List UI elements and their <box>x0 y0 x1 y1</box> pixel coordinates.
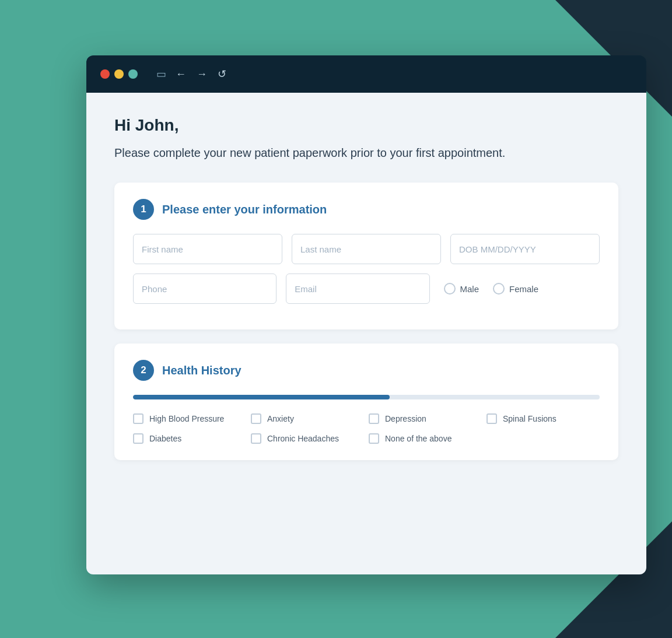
condition-depression-label: Depression <box>385 414 426 423</box>
browser-titlebar: ▭ ← → ↺ <box>86 55 646 93</box>
conditions-grid: High Blood Pressure Anxiety Depression S… <box>133 413 600 444</box>
gender-female-radio[interactable] <box>493 283 505 295</box>
traffic-light-yellow[interactable] <box>114 69 124 79</box>
gender-female-label: Female <box>509 284 538 294</box>
email-input[interactable] <box>286 274 429 304</box>
phone-input[interactable] <box>133 274 276 304</box>
condition-none-of-above[interactable]: None of the above <box>369 433 482 444</box>
checkbox-diabetes[interactable] <box>133 433 144 444</box>
gender-male-radio[interactable] <box>444 283 456 295</box>
section-1-header: 1 Please enter your information <box>133 199 600 220</box>
nav-back-button[interactable]: ← <box>176 68 186 80</box>
bookmark-icon[interactable]: ▭ <box>156 68 166 80</box>
condition-high-blood-pressure-label: High Blood Pressure <box>149 414 224 423</box>
nav-forward-button[interactable]: → <box>197 68 207 80</box>
health-progress-bar-container <box>133 395 600 399</box>
section-1-title: Please enter your information <box>162 203 327 216</box>
condition-depression[interactable]: Depression <box>369 413 482 424</box>
last-name-input[interactable] <box>292 234 441 264</box>
checkbox-chronic-headaches[interactable] <box>251 433 261 444</box>
condition-high-blood-pressure[interactable]: High Blood Pressure <box>133 413 246 424</box>
condition-diabetes-label: Diabetes <box>149 434 181 443</box>
health-progress-bar-fill <box>133 395 390 399</box>
gender-male-option[interactable]: Male <box>444 283 480 295</box>
gender-female-option[interactable]: Female <box>493 283 538 295</box>
condition-spinal-fusions-label: Spinal Fusions <box>503 414 556 423</box>
greeting-title: Hi John, <box>114 116 618 135</box>
traffic-lights <box>100 69 138 79</box>
section-personal-info: 1 Please enter your information Male <box>114 183 618 329</box>
checkbox-spinal-fusions[interactable] <box>487 413 497 424</box>
condition-diabetes[interactable]: Diabetes <box>133 433 246 444</box>
condition-anxiety[interactable]: Anxiety <box>251 413 364 424</box>
browser-window: ▭ ← → ↺ Hi John, Please complete your ne… <box>86 55 646 574</box>
condition-anxiety-label: Anxiety <box>267 414 294 423</box>
section-health-history: 2 Health History High Blood Pressure Anx… <box>114 343 618 460</box>
dob-input[interactable] <box>450 234 600 264</box>
condition-chronic-headaches-label: Chronic Headaches <box>267 434 339 443</box>
traffic-light-red[interactable] <box>100 69 110 79</box>
condition-none-of-above-label: None of the above <box>385 434 452 443</box>
section-1-number: 1 <box>133 199 154 220</box>
section-2-title: Health History <box>162 364 242 377</box>
condition-chronic-headaches[interactable]: Chronic Headaches <box>251 433 364 444</box>
first-name-input[interactable] <box>133 234 282 264</box>
condition-spinal-fusions[interactable]: Spinal Fusions <box>487 413 600 424</box>
gender-group: Male Female <box>439 274 600 304</box>
checkbox-none-of-above[interactable] <box>369 433 379 444</box>
section-2-header: 2 Health History <box>133 360 600 381</box>
fields-row-2: Male Female <box>133 274 600 304</box>
nav-reload-button[interactable]: ↺ <box>218 68 226 80</box>
browser-nav: ← → ↺ <box>176 68 226 80</box>
greeting-subtitle: Please complete your new patient paperwo… <box>114 144 604 162</box>
checkbox-anxiety[interactable] <box>251 413 261 424</box>
fields-row-1 <box>133 234 600 264</box>
traffic-light-green[interactable] <box>128 69 138 79</box>
checkbox-high-blood-pressure[interactable] <box>133 413 144 424</box>
browser-content: Hi John, Please complete your new patien… <box>86 93 646 574</box>
section-2-number: 2 <box>133 360 154 381</box>
checkbox-depression[interactable] <box>369 413 379 424</box>
gender-male-label: Male <box>460 284 480 294</box>
